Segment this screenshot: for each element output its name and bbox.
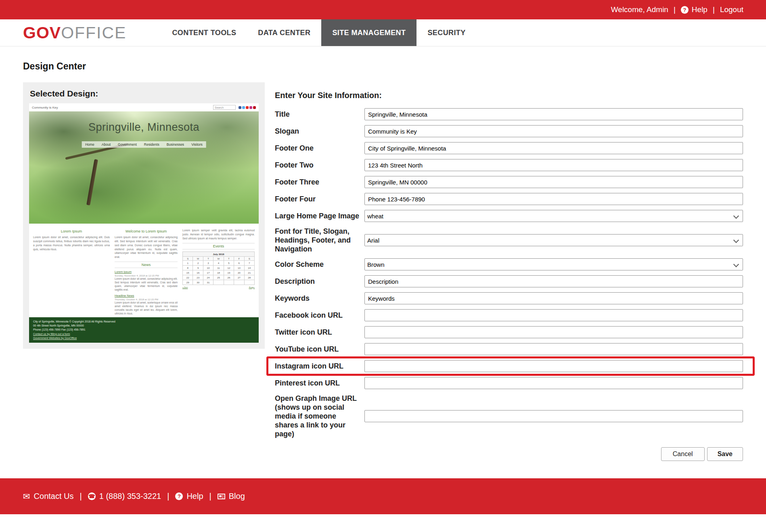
field-row-twitter-icon-url: Twitter icon URL	[275, 326, 743, 338]
site-info-heading: Enter Your Site Information:	[275, 91, 743, 100]
contact-us-link[interactable]: ✉ Contact Us	[23, 492, 74, 501]
field-row-description: Description	[275, 275, 743, 287]
field-row-slogan: Slogan	[275, 125, 743, 137]
field-label-color-scheme: Color Scheme	[275, 260, 364, 269]
govoffice-logo[interactable]: GOVOFFICE	[23, 23, 126, 42]
instagram-icon	[249, 106, 252, 109]
youtube-icon-url-input[interactable]	[364, 343, 743, 355]
main-content: Design Center Selected Design: Community…	[0, 46, 766, 461]
tab-site-management[interactable]: SITE MANAGEMENT	[321, 19, 416, 46]
welcome-text: Welcome, Admin	[611, 5, 668, 14]
field-control-footer-two	[364, 159, 743, 171]
field-label-open-graph-image-url-shows-up-on-social-: Open Graph Image URL (shows up on social…	[275, 394, 364, 438]
tab-data-center[interactable]: DATA CENTER	[247, 19, 321, 46]
field-label-keywords: Keywords	[275, 294, 364, 303]
twitter-icon	[242, 106, 245, 109]
field-row-keywords: Keywords	[275, 292, 743, 304]
field-control-footer-four	[364, 193, 743, 205]
preview-news-item: Headline NewsThursday, October 4, 2018 a…	[115, 294, 178, 316]
preview-search-box: Search	[213, 105, 236, 110]
blog-link[interactable]: Blog	[218, 492, 245, 501]
title-input[interactable]	[364, 108, 743, 120]
field-control-footer-three	[364, 176, 743, 188]
description-input[interactable]	[364, 275, 743, 287]
site-info-panel: Enter Your Site Information: TitleSlogan…	[275, 82, 743, 461]
help-icon: ?	[175, 492, 183, 500]
field-row-footer-three: Footer Three	[275, 176, 743, 188]
youtube-icon	[246, 106, 249, 109]
open-graph-image-url-shows-up-on-social--input[interactable]	[364, 410, 743, 422]
app-header: GOVOFFICE CONTENT TOOLS DATA CENTER SITE…	[0, 19, 766, 46]
bottom-whitespace	[0, 514, 766, 532]
selected-design-panel: Selected Design: Community is Key Search	[23, 82, 265, 349]
field-row-title: Title	[275, 108, 743, 120]
footer-four-input[interactable]	[364, 193, 743, 205]
field-control-youtube-icon-url	[364, 343, 743, 355]
large-home-page-image-select[interactable]: wheat	[364, 210, 743, 222]
help-icon: ?	[681, 6, 689, 14]
preview-site-title: Springville, Minnesota	[29, 121, 259, 134]
logout-link[interactable]: Logout	[720, 5, 743, 14]
facebook-icon-url-input[interactable]	[364, 309, 743, 321]
field-control-title	[364, 108, 743, 120]
newspaper-icon	[218, 494, 225, 499]
field-control-facebook-icon-url	[364, 309, 743, 321]
page-title: Design Center	[23, 61, 743, 72]
tab-content-tools[interactable]: CONTENT TOOLS	[161, 19, 247, 46]
preview-column-right: Lorem ipsum semper velit gravida elit, l…	[182, 228, 255, 315]
phone-icon: ☎	[88, 492, 96, 500]
phone-link[interactable]: ☎ 1 (888) 353-3221	[88, 492, 161, 501]
field-row-footer-one: Footer One	[275, 142, 743, 154]
field-label-slogan: Slogan	[275, 127, 364, 136]
preview-footer: City of Springville, Minnesota © Copyrig…	[29, 317, 259, 343]
footer-three-input[interactable]	[364, 176, 743, 188]
design-preview-thumbnail: Community is Key Search Springville, Min…	[29, 103, 259, 343]
main-nav: CONTENT TOOLS DATA CENTER SITE MANAGEMEN…	[161, 19, 476, 46]
cancel-button[interactable]: Cancel	[661, 447, 705, 461]
preview-column-center: Welcome to Lorem Ipsum Lorem ipsum dolor…	[115, 228, 178, 315]
preview-nav-home: Home	[82, 141, 98, 148]
form-actions: Cancel Save	[275, 447, 743, 461]
pinterest-icon-url-input[interactable]	[364, 377, 743, 389]
divider: |	[209, 492, 211, 501]
slogan-input[interactable]	[364, 125, 743, 137]
field-row-pinterest-icon-url: Pinterest icon URL	[275, 377, 743, 389]
field-label-footer-three: Footer Three	[275, 178, 364, 186]
tree-trunk-shape	[86, 159, 98, 205]
tab-security[interactable]: SECURITY	[416, 19, 476, 46]
field-label-instagram-icon-url: Instagram icon URL	[275, 362, 364, 371]
preview-nav-businesses: Businesses	[163, 141, 188, 148]
field-row-footer-four: Footer Four	[275, 193, 743, 205]
preview-news-item: Lorem IpsumSunday, November 4, 2018 at 1…	[115, 270, 178, 292]
calendar-next-link: Aug»	[249, 286, 255, 289]
field-control-large-home-page-image: wheat	[364, 210, 743, 222]
preview-column-left: Lorem Ipsum Lorem ipsum dolor sit amet, …	[33, 228, 110, 315]
twitter-icon-url-input[interactable]	[364, 326, 743, 338]
help-label: Help	[692, 5, 707, 14]
envelope-icon: ✉	[23, 492, 30, 501]
preview-topbar: Community is Key Search	[29, 103, 259, 111]
help-link[interactable]: ? Help	[681, 5, 707, 14]
preview-nav-about: About	[98, 141, 114, 148]
pinterest-icon	[253, 106, 256, 109]
preview-calendar: July 2018SMTWTFS123456789101112131415161…	[182, 251, 255, 285]
field-control-font-for-title-slogan-headings-footer-an: Arial	[364, 234, 743, 246]
preview-nav-residents: Residents	[140, 141, 163, 148]
preview-calendar-nav: «Jun Aug»	[182, 286, 255, 289]
save-button[interactable]: Save	[707, 447, 743, 461]
keywords-input[interactable]	[364, 292, 743, 304]
preview-hero-photo: Springville, Minnesota HomeAboutGovernme…	[29, 111, 259, 224]
divider: |	[674, 5, 676, 14]
field-label-footer-two: Footer Two	[275, 161, 364, 170]
field-control-description	[364, 275, 743, 287]
color-scheme-select[interactable]: Brown	[364, 258, 743, 270]
preview-news-heading: News	[115, 262, 178, 268]
field-control-instagram-icon-url	[364, 360, 743, 372]
footer-one-input[interactable]	[364, 142, 743, 154]
footer-two-input[interactable]	[364, 159, 743, 171]
footer-help-link[interactable]: ? Help	[175, 492, 203, 501]
font-for-title-slogan-headings-footer-an-select[interactable]: Arial	[364, 234, 743, 246]
page-root: Welcome, Admin | ? Help | Logout GOVOFFI…	[0, 0, 766, 532]
field-label-footer-one: Footer One	[275, 144, 364, 153]
instagram-icon-url-input[interactable]	[364, 360, 743, 372]
